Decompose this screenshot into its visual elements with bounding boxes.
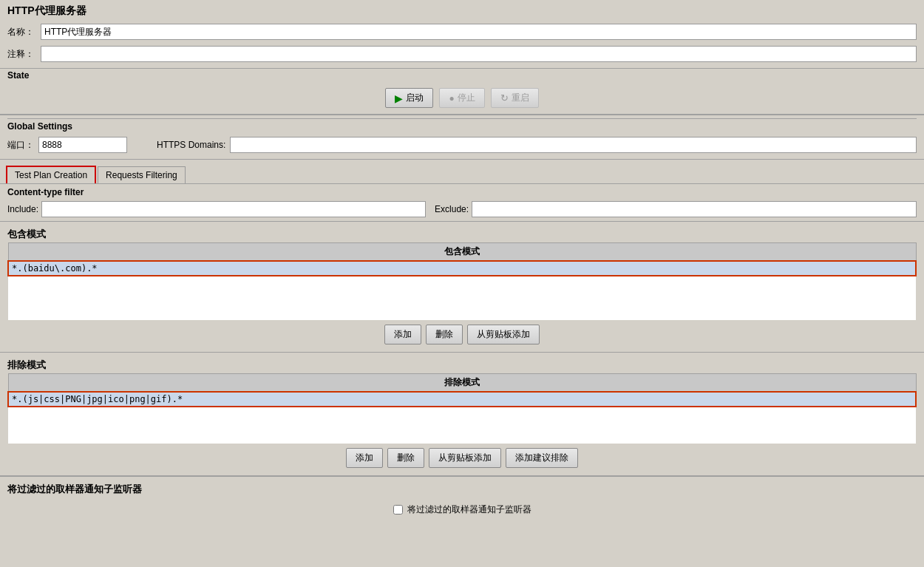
global-settings-label: Global Settings — [7, 118, 917, 134]
include-input[interactable] — [41, 201, 426, 217]
restart-label: 重启 — [512, 92, 529, 104]
table-row — [8, 407, 916, 444]
exclude-add-label: 添加 — [356, 452, 373, 464]
exclude-add-button[interactable]: 添加 — [346, 448, 383, 468]
state-label: State — [0, 69, 924, 82]
exclude-suggest-button[interactable]: 添加建议排除 — [506, 448, 578, 468]
restart-button[interactable]: ↻ 重启 — [491, 88, 539, 108]
exclude-patterns-label: 排除模式 — [7, 356, 917, 373]
notify-row: 将过滤过的取样器通知子监听器 — [7, 499, 917, 520]
https-label: HTTPS Domains: — [157, 140, 225, 150]
exclude-pattern-cell: *.(js|css|PNG|jpg|ico|png|gif).* — [8, 392, 916, 407]
comment-input[interactable] — [41, 46, 917, 62]
start-label: 启动 — [406, 92, 424, 104]
notify-checkbox-text: 将过滤过的取样器通知子监听器 — [407, 503, 531, 516]
include-delete-label: 删除 — [435, 328, 453, 341]
notify-checkbox-label[interactable]: 将过滤过的取样器通知子监听器 — [393, 503, 531, 516]
state-buttons-row: ▶ 启动 ● 停止 ↻ 重启 — [0, 82, 924, 114]
comment-label: 注释： — [7, 48, 41, 61]
exclude-pattern-buttons: 添加 删除 从剪贴板添加 添加建议排除 — [7, 444, 917, 472]
content-type-label: Content-type filter — [7, 186, 917, 199]
exclude-delete-label: 删除 — [397, 452, 415, 464]
restart-icon: ↻ — [500, 92, 509, 103]
https-input[interactable] — [230, 137, 917, 153]
tab-test-plan-creation[interactable]: Test Plan Creation — [6, 166, 96, 183]
exclude-paste-button[interactable]: 从剪贴板添加 — [429, 448, 501, 468]
exclude-patterns-section: 排除模式 排除模式 *.(js|css|PNG|jpg|ico|png|gif)… — [0, 352, 924, 475]
tab-requests-filtering[interactable]: Requests Filtering — [98, 166, 186, 183]
global-settings-row: 端口： HTTPS Domains: — [7, 134, 917, 156]
start-button[interactable]: ▶ 启动 — [385, 88, 433, 108]
notify-checkbox[interactable] — [393, 505, 403, 515]
include-add-button[interactable]: 添加 — [384, 325, 421, 344]
table-row — [8, 276, 916, 320]
include-pattern-empty — [8, 276, 916, 320]
include-pattern-buttons: 添加 删除 从剪贴板添加 — [7, 320, 917, 349]
global-settings-section: Global Settings 端口： HTTPS Domains: — [0, 115, 924, 159]
include-patterns-label: 包含模式 — [7, 225, 917, 242]
tab-test-plan-label: Test Plan Creation — [15, 170, 87, 180]
notify-label: 将过滤过的取样器通知子监听器 — [7, 480, 917, 499]
port-label: 端口： — [7, 139, 34, 152]
include-paste-label: 从剪贴板添加 — [477, 328, 530, 341]
name-row: 名称： — [0, 21, 924, 43]
exclude-paste-label: 从剪贴板添加 — [438, 452, 492, 464]
name-input[interactable] — [41, 24, 917, 40]
include-pattern-cell: *.(baidu\.com).* — [8, 261, 916, 276]
exclude-patterns-table: 排除模式 *.(js|css|PNG|jpg|ico|png|gif).* — [7, 373, 917, 444]
include-label: Include: — [7, 204, 38, 214]
tab-content: Content-type filter Include: Exclude: 包含… — [0, 183, 924, 523]
play-icon: ▶ — [395, 92, 403, 104]
name-label: 名称： — [7, 26, 41, 38]
stop-label: 停止 — [458, 92, 475, 104]
exclude-suggest-label: 添加建议排除 — [515, 452, 568, 464]
port-input[interactable] — [38, 137, 127, 153]
exclude-input[interactable] — [472, 201, 917, 217]
stop-icon: ● — [449, 93, 454, 103]
include-patterns-table: 包含模式 *.(baidu\.com).* — [7, 242, 917, 320]
stop-button[interactable]: ● 停止 — [439, 88, 484, 108]
include-exclude-row: Include: Exclude: — [7, 199, 917, 220]
tabs-row: Test Plan Creation Requests Filtering — [0, 159, 924, 183]
exclude-patterns-column-header: 排除模式 — [8, 374, 916, 393]
include-delete-button[interactable]: 删除 — [426, 325, 463, 344]
page-title: HTTP代理服务器 — [0, 0, 924, 21]
include-patterns-column-header: 包含模式 — [8, 243, 916, 262]
comment-row: 注释： — [0, 43, 924, 65]
tab-requests-filtering-label: Requests Filtering — [106, 170, 177, 180]
table-row[interactable]: *.(baidu\.com).* — [8, 261, 916, 276]
include-paste-button[interactable]: 从剪贴板添加 — [467, 325, 540, 344]
include-patterns-section: 包含模式 包含模式 *.(baidu\.com).* — [0, 222, 924, 352]
include-add-label: 添加 — [394, 328, 412, 341]
exclude-pattern-empty — [8, 407, 916, 444]
content-type-section: Content-type filter Include: Exclude: — [0, 183, 924, 222]
notify-section: 将过滤过的取样器通知子监听器 将过滤过的取样器通知子监听器 — [0, 475, 924, 523]
exclude-label: Exclude: — [435, 204, 469, 214]
table-row[interactable]: *.(js|css|PNG|jpg|ico|png|gif).* — [8, 392, 916, 407]
exclude-delete-button[interactable]: 删除 — [387, 448, 424, 468]
